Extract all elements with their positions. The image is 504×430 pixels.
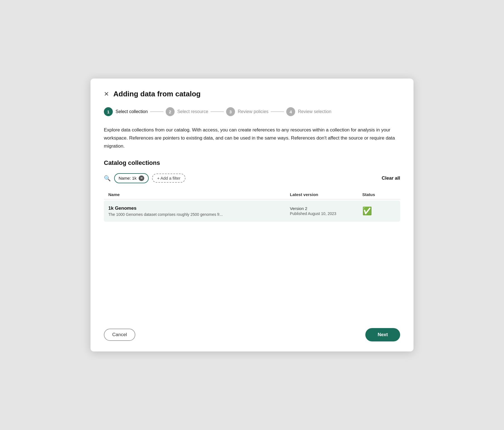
step-connector-1	[150, 111, 163, 112]
stepper: 1 Select collection 2 Select resource 3 …	[104, 107, 400, 116]
step-1: 1 Select collection	[104, 107, 148, 116]
filter-row: 🔍 Name: 1k ✕ + Add a filter Clear all	[104, 173, 400, 183]
step-4: 4 Review selection	[286, 107, 331, 116]
row-version: Version 2	[290, 206, 362, 211]
step-circle-4: 4	[286, 107, 295, 116]
col-status: Status	[362, 192, 396, 197]
col-name: Name	[108, 192, 290, 197]
status-check-icon: ✅	[362, 207, 372, 215]
filter-chip-name[interactable]: Name: 1k ✕	[114, 173, 149, 183]
next-button[interactable]: Next	[365, 328, 400, 341]
row-name-cell: 1k Genomes The 1000 Genomes dataset comp…	[108, 206, 290, 217]
step-circle-3: 3	[226, 107, 235, 116]
close-icon[interactable]: ✕	[104, 91, 109, 97]
step-circle-2: 2	[166, 107, 175, 116]
step-circle-1: 1	[104, 107, 113, 116]
step-label-3: Review policies	[238, 109, 268, 114]
cancel-button[interactable]: Cancel	[104, 329, 135, 341]
dialog: ✕ Adding data from catalog 1 Select coll…	[90, 79, 414, 351]
step-connector-2	[211, 111, 224, 112]
col-version: Latest version	[290, 192, 362, 197]
dialog-header: ✕ Adding data from catalog	[104, 90, 400, 98]
description-text: Explore data collections from our catalo…	[104, 126, 399, 150]
step-3: 3 Review policies	[226, 107, 268, 116]
row-name: 1k Genomes	[108, 206, 290, 211]
filter-chip-remove-icon[interactable]: ✕	[139, 175, 144, 181]
table-row[interactable]: 1k Genomes The 1000 Genomes dataset comp…	[104, 201, 400, 222]
footer: Cancel Next	[104, 317, 400, 341]
add-filter-button[interactable]: + Add a filter	[152, 174, 185, 183]
table-header: Name Latest version Status	[104, 190, 400, 199]
step-label-4: Review selection	[298, 109, 331, 114]
row-description: The 1000 Genomes dataset comprises rough…	[108, 212, 290, 217]
step-label-1: Select collection	[116, 109, 148, 114]
step-label-2: Select resource	[177, 109, 208, 114]
row-status-cell: ✅	[362, 206, 396, 216]
add-filter-label: + Add a filter	[157, 176, 180, 180]
row-published: Published August 10, 2023	[290, 211, 362, 216]
filter-chip-label: Name: 1k	[119, 176, 136, 180]
row-version-cell: Version 2 Published August 10, 2023	[290, 206, 362, 216]
search-icon[interactable]: 🔍	[104, 175, 111, 182]
section-title: Catalog collections	[104, 159, 400, 167]
clear-all-button[interactable]: Clear all	[382, 175, 400, 181]
step-connector-3	[271, 111, 284, 112]
step-2: 2 Select resource	[166, 107, 208, 116]
dialog-title: Adding data from catalog	[113, 90, 200, 98]
